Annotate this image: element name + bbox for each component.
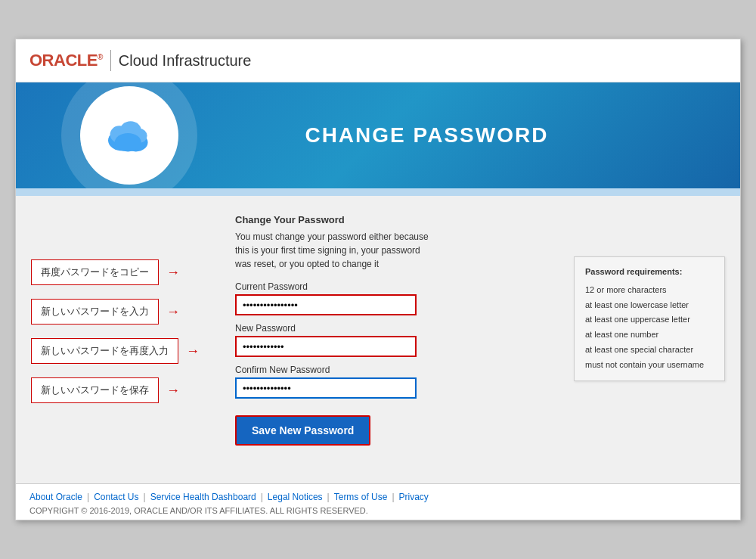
app-title: Cloud Infrastructure (119, 52, 252, 70)
footer-link-terms[interactable]: Terms of Use (334, 492, 388, 502)
pw-req-item-5: at least one special character (585, 343, 714, 358)
current-password-input[interactable] (235, 294, 417, 315)
footer-link-privacy[interactable]: Privacy (399, 492, 429, 502)
banner-heading: CHANGE PASSWORD (305, 123, 548, 148)
left-panel: 再度パスワードをコピー → 新しいパスワードを入力 → 新しいパスワードを再度入… (31, 214, 212, 468)
footer-link-legal[interactable]: Legal Notices (268, 492, 323, 502)
password-requirements-box: Password requirements: 12 or more charac… (574, 256, 725, 381)
arrow-icon-2: → (166, 304, 180, 320)
form-description: You must change your password either bec… (235, 230, 432, 271)
arrow-icon-4: → (166, 383, 180, 399)
form-section-title: Change Your Password (235, 214, 725, 225)
oracle-logo: ORACLE® (29, 51, 103, 70)
jp-label-row-4: 新しいパスワードを保存 → (31, 377, 212, 403)
svg-point-5 (115, 133, 141, 152)
jp-label-copy-password: 再度パスワードをコピー (31, 259, 159, 285)
jp-label-enter-password: 新しいパスワードを入力 (31, 299, 159, 325)
pw-req-item-4: at least one number (585, 328, 714, 343)
oracle-wordmark: ORACLE® (29, 51, 103, 70)
footer-link-health[interactable]: Service Health Dashboard (150, 492, 256, 502)
header-divider (110, 50, 111, 71)
pw-req-item-2: at least one lowercase letter (585, 298, 714, 313)
pw-req-item-1: 12 or more characters (585, 283, 714, 298)
banner: CHANGE PASSWORD (16, 82, 740, 188)
jp-label-reenter-password: 新しいパスワードを再度入力 (31, 338, 178, 364)
header: ORACLE® Cloud Infrastructure (16, 39, 740, 82)
cloud-icon (103, 116, 156, 154)
footer-link-contact[interactable]: Contact Us (94, 492, 138, 502)
jp-label-row-3: 新しいパスワードを再度入力 → (31, 338, 212, 364)
footer: About Oracle | Contact Us | Service Heal… (16, 483, 740, 520)
jp-label-save-password: 新しいパスワードを保存 (31, 377, 159, 403)
footer-links: About Oracle | Contact Us | Service Heal… (29, 492, 727, 502)
jp-label-row-2: 新しいパスワードを入力 → (31, 299, 212, 325)
footer-copyright: COPYRIGHT © 2016-2019, ORACLE AND/OR ITS… (29, 506, 727, 515)
save-new-password-button[interactable]: Save New Password (235, 415, 370, 446)
confirm-password-input[interactable] (235, 377, 417, 399)
arrow-icon-3: → (186, 343, 200, 359)
footer-link-about[interactable]: About Oracle (29, 492, 82, 502)
arrow-icon-1: → (166, 265, 180, 281)
jp-label-row-1: 再度パスワードをコピー → (31, 259, 212, 285)
banner-circle-white (80, 86, 178, 185)
pw-req-item-6: must not contain your username (585, 358, 714, 373)
pw-requirements-title: Password requirements: (585, 265, 714, 280)
app-container: ORACLE® Cloud Infrastructure CHANGE PASS… (15, 39, 741, 520)
banner-stripe (16, 188, 740, 196)
pw-req-item-3: at least one uppercase letter (585, 312, 714, 328)
main-content: 再度パスワードをコピー → 新しいパスワードを入力 → 新しいパスワードを再度入… (16, 196, 740, 483)
new-password-input[interactable] (235, 336, 417, 357)
